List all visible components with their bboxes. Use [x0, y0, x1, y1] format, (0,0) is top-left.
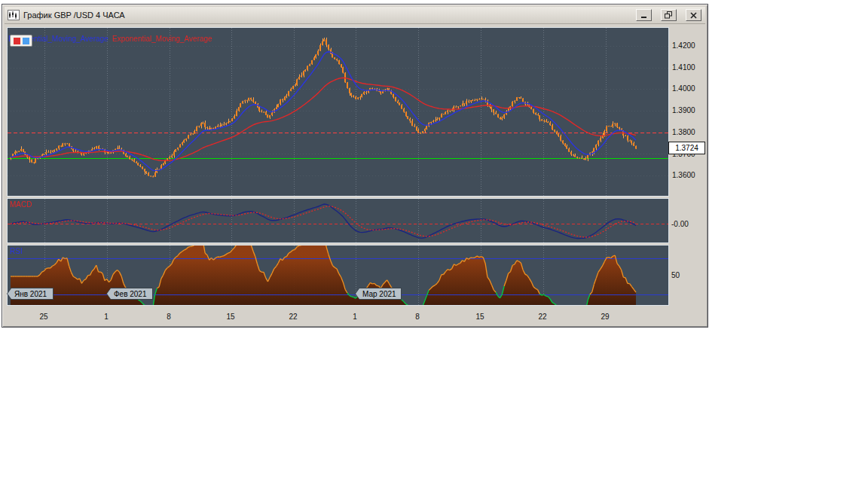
chart-window: График GBP /USD 4 ЧАСА Exponential_Movin… — [2, 4, 708, 328]
time-tick-label: 29 — [601, 313, 609, 321]
month-flag: Янв 2021 — [7, 288, 53, 300]
price-tick-label: 1.4000 — [672, 84, 695, 93]
red-indicator-chip[interactable] — [14, 38, 20, 44]
time-tick-label: 22 — [538, 313, 546, 321]
price-tick-label: 1.3600 — [672, 171, 695, 180]
month-flag: Мар 2021 — [355, 288, 402, 300]
price-tick-label: 1.3800 — [672, 128, 695, 137]
indicator-color-chips[interactable] — [10, 35, 32, 47]
rsi-axis-value: 50 — [671, 271, 680, 280]
time-tick-label: 15 — [475, 313, 484, 321]
minimize-button[interactable] — [636, 9, 652, 21]
restore-icon — [665, 11, 673, 19]
price-tick-label: 1.3900 — [672, 106, 695, 115]
window-icon[interactable] — [8, 10, 20, 20]
price-tick-label: 1.4100 — [672, 63, 695, 72]
time-axis[interactable]: 2518152218152229 — [7, 313, 668, 323]
month-flags: Янв 2021Фев 2021Мар 2021 — [7, 288, 668, 300]
time-tick-label: 8 — [167, 313, 171, 321]
month-flag: Фев 2021 — [106, 288, 153, 300]
price-tick-label: 1.4200 — [672, 41, 695, 50]
time-tick-label: 8 — [415, 313, 420, 321]
macd-label: MACD — [10, 200, 32, 209]
last-price-box: 1.3724 — [668, 142, 705, 154]
window-title: График GBP /USD 4 ЧАСА — [23, 11, 125, 20]
window-controls — [636, 9, 701, 21]
window-titlebar[interactable]: График GBP /USD 4 ЧАСА — [5, 7, 705, 24]
macd-panel[interactable] — [7, 198, 669, 243]
minimize-icon — [640, 12, 648, 19]
price-panel[interactable] — [7, 27, 669, 197]
close-icon — [690, 12, 697, 19]
time-tick-label: 1 — [353, 313, 357, 321]
time-tick-label: 1 — [104, 313, 108, 321]
ema-slow-label: Exponential_Moving_Average — [112, 35, 212, 44]
time-tick-label: 15 — [226, 313, 234, 321]
close-button[interactable] — [686, 9, 701, 21]
blue-indicator-chip[interactable] — [23, 38, 29, 44]
macd-axis-value: -0.00 — [671, 220, 689, 229]
maximize-button[interactable] — [661, 9, 677, 21]
time-tick-label: 22 — [289, 313, 297, 321]
time-tick-label: 25 — [39, 313, 47, 321]
rsi-label: RSI — [10, 247, 23, 256]
